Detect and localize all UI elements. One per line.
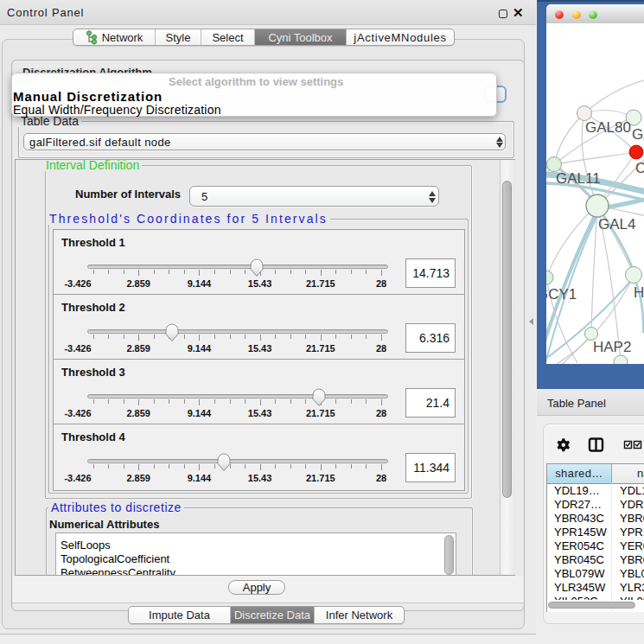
svg-text:GAL7: GAL7 bbox=[632, 126, 644, 143]
svg-text:GAL4: GAL4 bbox=[598, 216, 635, 233]
svg-text:GAL11: GAL11 bbox=[556, 170, 601, 187]
svg-text:GAL80: GAL80 bbox=[585, 119, 631, 136]
svg-text:HAP2: HAP2 bbox=[593, 339, 631, 355]
svg-text:GCY1: GCY1 bbox=[546, 286, 577, 303]
svg-text:CD: CD bbox=[635, 160, 644, 176]
svg-text:HIS: HIS bbox=[634, 284, 644, 301]
